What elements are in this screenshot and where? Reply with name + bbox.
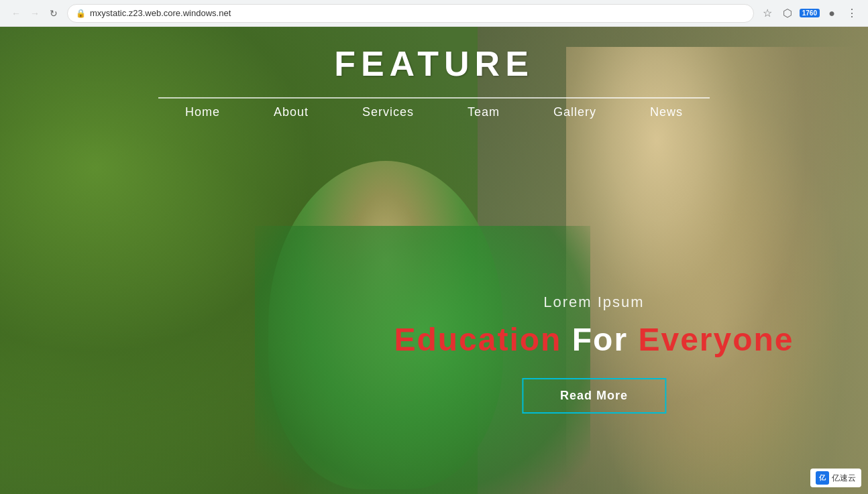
hero-content: Lorem Ipsum Education For Everyone Read … xyxy=(394,294,794,414)
nav-item-services: Services xyxy=(335,97,441,119)
browser-chrome: ← → ↻ 🔒 mxystatic.z23.web.core.windows.n… xyxy=(0,0,868,27)
site-header: FEATURE Home About Services Team Gallery xyxy=(0,27,868,119)
nav-link-services[interactable]: Services xyxy=(362,99,414,119)
main-nav: Home About Services Team Gallery News xyxy=(0,97,868,119)
nav-menu: Home About Services Team Gallery News xyxy=(0,97,868,119)
tagline-part1: Education xyxy=(394,322,561,357)
watermark-text: 亿速云 xyxy=(832,473,856,484)
hero-subtitle: Lorem Ipsum xyxy=(394,294,794,311)
browser-actions: ☆ ⬡ 1760 ● ⋮ xyxy=(759,5,860,21)
address-bar[interactable]: 🔒 mxystatic.z23.web.core.windows.net xyxy=(67,4,754,23)
menu-icon[interactable]: ⋮ xyxy=(844,5,860,21)
forward-button[interactable]: → xyxy=(27,5,43,21)
extension-icon[interactable]: ⬡ xyxy=(779,5,796,21)
tagline-part3: Everyone xyxy=(638,322,794,357)
nav-link-team[interactable]: Team xyxy=(468,99,500,119)
nav-buttons: ← → ↻ xyxy=(8,5,62,21)
nav-link-gallery[interactable]: Gallery xyxy=(553,99,596,119)
lock-icon: 🔒 xyxy=(76,9,86,18)
nav-item-gallery: Gallery xyxy=(527,97,623,119)
tagline-part2: For xyxy=(572,322,639,357)
profile-icon[interactable]: ● xyxy=(824,5,840,21)
hero-tagline: Education For Everyone xyxy=(394,321,794,358)
nav-item-news: News xyxy=(623,97,710,119)
badge: 1760 xyxy=(800,9,820,17)
nav-link-about[interactable]: About xyxy=(274,99,309,119)
nav-item-team: Team xyxy=(441,97,527,119)
read-more-button[interactable]: Read More xyxy=(522,378,666,414)
nav-item-about: About xyxy=(247,97,335,119)
url-text: mxystatic.z23.web.core.windows.net xyxy=(90,8,231,18)
watermark: 亿 亿速云 xyxy=(810,469,861,487)
reload-button[interactable]: ↻ xyxy=(46,5,62,21)
nav-link-home[interactable]: Home xyxy=(185,99,220,119)
back-button[interactable]: ← xyxy=(8,5,24,21)
watermark-icon: 亿 xyxy=(816,471,829,485)
hero-section: FEATURE Home About Services Team Gallery xyxy=(0,27,868,494)
nav-link-news[interactable]: News xyxy=(650,99,683,119)
site-title: FEATURE xyxy=(0,44,868,84)
bookmark-icon[interactable]: ☆ xyxy=(759,5,775,21)
nav-item-home: Home xyxy=(158,97,247,119)
